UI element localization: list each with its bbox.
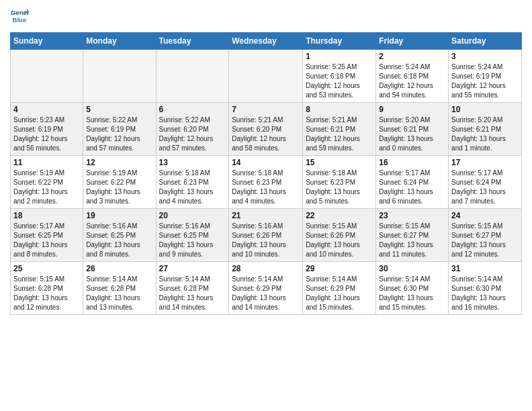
calendar-cell xyxy=(229,50,303,103)
day-info: Sunrise: 5:16 AM Sunset: 6:26 PM Dayligh… xyxy=(232,222,300,259)
day-number: 28 xyxy=(232,264,300,273)
day-number: 14 xyxy=(232,158,300,167)
day-number: 6 xyxy=(159,105,226,114)
day-info: Sunrise: 5:21 AM Sunset: 6:21 PM Dayligh… xyxy=(306,116,373,153)
calendar-cell: 12Sunrise: 5:19 AM Sunset: 6:22 PM Dayli… xyxy=(83,156,156,209)
week-row-3: 11Sunrise: 5:19 AM Sunset: 6:22 PM Dayli… xyxy=(11,156,522,209)
day-info: Sunrise: 5:17 AM Sunset: 6:24 PM Dayligh… xyxy=(451,169,519,206)
day-number: 2 xyxy=(379,52,445,61)
day-number: 19 xyxy=(86,211,152,220)
day-number: 26 xyxy=(86,264,152,273)
day-number: 8 xyxy=(306,105,373,114)
calendar-cell: 4Sunrise: 5:23 AM Sunset: 6:19 PM Daylig… xyxy=(11,103,83,156)
calendar-cell xyxy=(11,50,83,103)
col-header-monday: Monday xyxy=(83,33,156,50)
col-header-wednesday: Wednesday xyxy=(229,33,303,50)
day-info: Sunrise: 5:17 AM Sunset: 6:24 PM Dayligh… xyxy=(379,169,445,206)
calendar-cell: 13Sunrise: 5:18 AM Sunset: 6:23 PM Dayli… xyxy=(156,156,229,209)
calendar-cell: 5Sunrise: 5:22 AM Sunset: 6:19 PM Daylig… xyxy=(83,103,156,156)
calendar-cell: 2Sunrise: 5:24 AM Sunset: 6:18 PM Daylig… xyxy=(376,50,449,103)
day-number: 7 xyxy=(232,105,300,114)
svg-text:Blue: Blue xyxy=(13,16,27,24)
day-info: Sunrise: 5:24 AM Sunset: 6:18 PM Dayligh… xyxy=(379,62,445,100)
calendar-cell: 9Sunrise: 5:20 AM Sunset: 6:21 PM Daylig… xyxy=(376,103,449,156)
calendar-cell xyxy=(156,50,229,103)
calendar-cell: 7Sunrise: 5:21 AM Sunset: 6:20 PM Daylig… xyxy=(229,103,303,156)
calendar-cell: 26Sunrise: 5:14 AM Sunset: 6:28 PM Dayli… xyxy=(83,262,156,315)
calendar-cell: 21Sunrise: 5:16 AM Sunset: 6:26 PM Dayli… xyxy=(229,209,303,262)
calendar-cell: 3Sunrise: 5:24 AM Sunset: 6:19 PM Daylig… xyxy=(449,50,522,103)
calendar-cell: 24Sunrise: 5:15 AM Sunset: 6:27 PM Dayli… xyxy=(449,209,522,262)
day-number: 3 xyxy=(451,52,519,61)
calendar-cell: 15Sunrise: 5:18 AM Sunset: 6:23 PM Dayli… xyxy=(303,156,376,209)
week-row-2: 4Sunrise: 5:23 AM Sunset: 6:19 PM Daylig… xyxy=(11,103,522,156)
day-info: Sunrise: 5:24 AM Sunset: 6:19 PM Dayligh… xyxy=(451,62,519,100)
calendar-cell: 28Sunrise: 5:14 AM Sunset: 6:29 PM Dayli… xyxy=(229,262,303,315)
calendar-cell: 23Sunrise: 5:15 AM Sunset: 6:27 PM Dayli… xyxy=(376,209,449,262)
day-number: 5 xyxy=(86,105,152,114)
calendar-cell: 20Sunrise: 5:16 AM Sunset: 6:25 PM Dayli… xyxy=(156,209,229,262)
day-info: Sunrise: 5:25 AM Sunset: 6:18 PM Dayligh… xyxy=(306,62,373,100)
calendar-cell xyxy=(83,50,156,103)
day-info: Sunrise: 5:22 AM Sunset: 6:19 PM Dayligh… xyxy=(86,116,152,153)
day-number: 31 xyxy=(451,264,519,273)
day-number: 17 xyxy=(451,158,519,167)
col-header-sunday: Sunday xyxy=(11,33,83,50)
day-info: Sunrise: 5:16 AM Sunset: 6:25 PM Dayligh… xyxy=(159,222,226,259)
col-header-tuesday: Tuesday xyxy=(156,33,229,50)
day-info: Sunrise: 5:18 AM Sunset: 6:23 PM Dayligh… xyxy=(306,169,373,206)
day-info: Sunrise: 5:14 AM Sunset: 6:28 PM Dayligh… xyxy=(159,275,226,312)
calendar-cell: 29Sunrise: 5:14 AM Sunset: 6:29 PM Dayli… xyxy=(303,262,376,315)
calendar-cell: 17Sunrise: 5:17 AM Sunset: 6:24 PM Dayli… xyxy=(449,156,522,209)
calendar-cell: 6Sunrise: 5:22 AM Sunset: 6:20 PM Daylig… xyxy=(156,103,229,156)
calendar-cell: 25Sunrise: 5:15 AM Sunset: 6:28 PM Dayli… xyxy=(11,262,83,315)
day-info: Sunrise: 5:14 AM Sunset: 6:30 PM Dayligh… xyxy=(451,275,519,312)
day-number: 21 xyxy=(232,211,300,220)
day-info: Sunrise: 5:20 AM Sunset: 6:21 PM Dayligh… xyxy=(451,116,519,153)
calendar-cell: 22Sunrise: 5:15 AM Sunset: 6:26 PM Dayli… xyxy=(303,209,376,262)
calendar-cell: 30Sunrise: 5:14 AM Sunset: 6:30 PM Dayli… xyxy=(376,262,449,315)
day-number: 25 xyxy=(13,264,80,273)
day-info: Sunrise: 5:23 AM Sunset: 6:19 PM Dayligh… xyxy=(13,116,80,153)
day-info: Sunrise: 5:17 AM Sunset: 6:25 PM Dayligh… xyxy=(13,222,80,259)
day-info: Sunrise: 5:14 AM Sunset: 6:28 PM Dayligh… xyxy=(86,275,152,312)
calendar-cell: 18Sunrise: 5:17 AM Sunset: 6:25 PM Dayli… xyxy=(11,209,83,262)
day-info: Sunrise: 5:18 AM Sunset: 6:23 PM Dayligh… xyxy=(232,169,300,206)
day-number: 29 xyxy=(306,264,373,273)
week-row-5: 25Sunrise: 5:15 AM Sunset: 6:28 PM Dayli… xyxy=(11,262,522,315)
day-info: Sunrise: 5:18 AM Sunset: 6:23 PM Dayligh… xyxy=(159,169,226,206)
day-number: 10 xyxy=(451,105,519,114)
calendar-cell: 8Sunrise: 5:21 AM Sunset: 6:21 PM Daylig… xyxy=(303,103,376,156)
day-number: 9 xyxy=(379,105,445,114)
day-info: Sunrise: 5:14 AM Sunset: 6:29 PM Dayligh… xyxy=(306,275,373,312)
day-info: Sunrise: 5:15 AM Sunset: 6:27 PM Dayligh… xyxy=(379,222,445,259)
calendar-cell: 16Sunrise: 5:17 AM Sunset: 6:24 PM Dayli… xyxy=(376,156,449,209)
calendar-cell: 10Sunrise: 5:20 AM Sunset: 6:21 PM Dayli… xyxy=(449,103,522,156)
calendar-cell: 31Sunrise: 5:14 AM Sunset: 6:30 PM Dayli… xyxy=(449,262,522,315)
day-number: 16 xyxy=(379,158,445,167)
calendar-table: SundayMondayTuesdayWednesdayThursdayFrid… xyxy=(10,32,522,315)
day-number: 22 xyxy=(306,211,373,220)
day-number: 20 xyxy=(159,211,226,220)
day-info: Sunrise: 5:22 AM Sunset: 6:20 PM Dayligh… xyxy=(159,116,226,153)
week-row-4: 18Sunrise: 5:17 AM Sunset: 6:25 PM Dayli… xyxy=(11,209,522,262)
day-number: 30 xyxy=(379,264,445,273)
day-info: Sunrise: 5:20 AM Sunset: 6:21 PM Dayligh… xyxy=(379,116,445,153)
logo: General Blue xyxy=(10,7,32,26)
day-number: 18 xyxy=(13,211,80,220)
day-number: 1 xyxy=(306,52,373,61)
day-info: Sunrise: 5:19 AM Sunset: 6:22 PM Dayligh… xyxy=(86,169,152,206)
col-header-friday: Friday xyxy=(376,33,449,50)
col-header-saturday: Saturday xyxy=(449,33,522,50)
calendar-cell: 14Sunrise: 5:18 AM Sunset: 6:23 PM Dayli… xyxy=(229,156,303,209)
day-number: 12 xyxy=(86,158,152,167)
calendar-cell: 19Sunrise: 5:16 AM Sunset: 6:25 PM Dayli… xyxy=(83,209,156,262)
page-header: General Blue xyxy=(10,7,522,28)
day-number: 24 xyxy=(451,211,519,220)
day-number: 15 xyxy=(306,158,373,167)
day-info: Sunrise: 5:15 AM Sunset: 6:27 PM Dayligh… xyxy=(451,222,519,259)
day-number: 27 xyxy=(159,264,226,273)
day-info: Sunrise: 5:15 AM Sunset: 6:28 PM Dayligh… xyxy=(13,275,80,312)
day-number: 13 xyxy=(159,158,226,167)
day-info: Sunrise: 5:14 AM Sunset: 6:29 PM Dayligh… xyxy=(232,275,300,312)
